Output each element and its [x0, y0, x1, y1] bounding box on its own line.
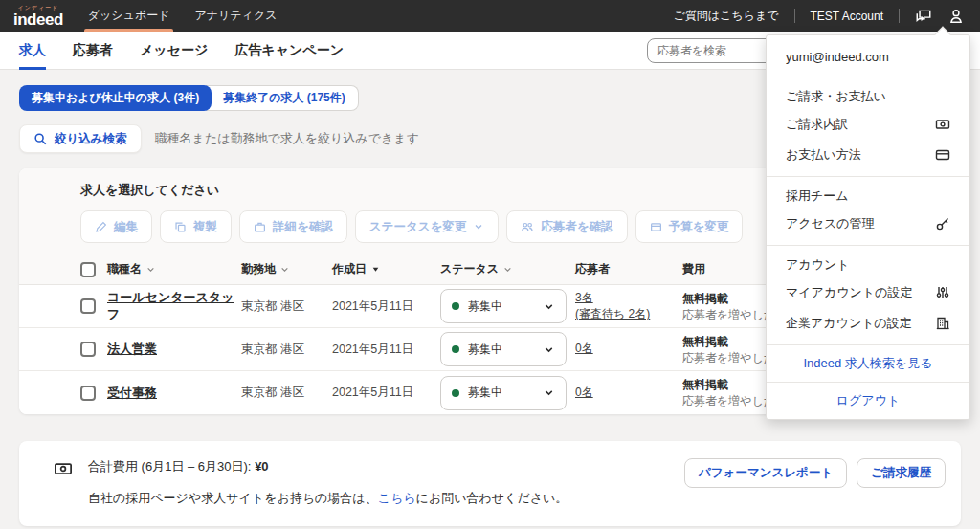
row-checkbox[interactable] [80, 298, 96, 314]
billing-summary-card: 合計費用 (6月1日 – 6月30日): ¥0 自社の採用ページや求人サイトをお… [19, 441, 961, 526]
brand-furigana: インディード [18, 5, 59, 11]
tab-campaigns[interactable]: 広告キャンペーン [234, 32, 344, 69]
applicants-cell: 3名 (審査待ち 2名) [575, 290, 682, 323]
job-created-date: 2021年5月11日 [332, 298, 440, 315]
duplicate-label: 複製 [193, 219, 217, 235]
chevron-down-icon [543, 343, 555, 356]
sort-chevron-icon [146, 265, 155, 274]
filter-button-label: 絞り込み検索 [55, 131, 127, 147]
contact-note: 自社の採用ページや求人サイトをお持ちの場合は、こちらにお問い合わせください。 [88, 490, 568, 507]
account-name[interactable]: TEST Account [811, 10, 883, 23]
summary-text-block: 合計費用 (6月1日 – 6月30日): ¥0 自社の採用ページや求人サイトをお… [88, 458, 568, 507]
status-dropdown[interactable]: 募集中 [440, 376, 567, 410]
menu-item-my-account-settings[interactable]: マイアカウントの設定 [767, 277, 969, 308]
search-icon [33, 132, 47, 145]
column-header-location[interactable]: 勤務地 [241, 261, 332, 277]
sort-chevron-icon [280, 265, 289, 274]
applicants-count-link[interactable]: 3名 [575, 290, 593, 306]
credit-card-icon [935, 147, 950, 163]
menu-item-logout[interactable]: ログアウト [767, 383, 969, 419]
applicants-pending-link[interactable]: (審査待ち 2名) [575, 306, 650, 322]
billing-section: ご請求・お支払い ご請求内訳 お支払い方法 [767, 77, 969, 176]
menu-item-payment-method[interactable]: お支払い方法 [767, 140, 969, 170]
pencil-icon [95, 221, 107, 233]
applicants-cell: 0名 [575, 385, 682, 401]
status-dropdown[interactable]: 募集中 [440, 289, 567, 323]
view-applicants-label: 応募者を確認 [541, 219, 612, 235]
budget-icon [650, 221, 662, 233]
status-dot-icon [452, 389, 459, 397]
tab-applicants[interactable]: 応募者 [73, 32, 113, 69]
help-link[interactable]: ご質問はこちらまで [674, 8, 779, 24]
view-applicants-button[interactable]: 応募者を確認 [506, 210, 627, 243]
contact-link[interactable]: こちら [378, 491, 416, 505]
top-nav: ダッシュボード アナリティクス [88, 0, 278, 32]
job-created-date: 2021年5月11日 [332, 342, 440, 358]
edit-button[interactable]: 編集 [80, 210, 152, 243]
messages-icon[interactable] [915, 8, 932, 25]
job-title-link[interactable]: 受付事務 [107, 385, 241, 402]
status-dot-icon [452, 345, 459, 353]
note-text-before: 自社の採用ページや求人サイトをお持ちの場合は、 [88, 491, 378, 505]
total-cost-value: ¥0 [255, 459, 268, 474]
column-header-created[interactable]: 作成日 [332, 261, 440, 277]
team-section-label: 採用チーム [767, 177, 969, 209]
divider [899, 9, 900, 23]
topnav-item-dashboard[interactable]: ダッシュボード [88, 0, 170, 32]
banknote-icon [935, 117, 950, 132]
people-icon [521, 220, 534, 233]
team-section: 採用チーム アクセスの管理 [767, 177, 969, 245]
filter-search-button[interactable]: 絞り込み検索 [19, 124, 142, 153]
closed-jobs-tab[interactable]: 募集終了の求人 (175件) [206, 85, 359, 111]
account-section: アカウント マイアカウントの設定 企業アカウントの設定 [767, 246, 969, 344]
change-status-button[interactable]: ステータスを変更 [355, 210, 499, 243]
billing-section-label: ご請求・お支払い [767, 77, 969, 109]
column-header-title[interactable]: 職種名 [107, 261, 241, 277]
note-text-after: にお問い合わせください。 [416, 491, 568, 505]
view-details-button[interactable]: 詳細を確認 [239, 210, 347, 243]
change-budget-button[interactable]: 予算を変更 [635, 210, 744, 243]
row-checkbox[interactable] [80, 386, 96, 401]
status-label: 募集中 [468, 342, 502, 358]
job-title-link[interactable]: 法人営業 [107, 341, 241, 358]
status-label: 募集中 [468, 385, 502, 401]
status-dropdown[interactable]: 募集中 [440, 332, 567, 366]
performance-report-button[interactable]: パフォーマンスレポート [684, 458, 847, 488]
menu-item-view-job-search[interactable]: Indeed 求人検索を見る [767, 345, 969, 382]
sliders-icon [935, 285, 950, 300]
status-dot-icon [452, 302, 459, 310]
summary-actions: パフォーマンスレポート ご請求履歴 [684, 458, 946, 488]
billing-history-button[interactable]: ご請求履歴 [857, 458, 946, 488]
job-location: 東京都 港区 [241, 342, 332, 358]
applicants-count-link[interactable]: 0名 [575, 385, 593, 401]
tab-messages[interactable]: メッセージ [140, 32, 208, 69]
job-title-link[interactable]: コールセンタースタッフ [107, 289, 241, 323]
select-all-checkbox[interactable] [80, 262, 96, 277]
sort-chevron-icon [503, 265, 512, 274]
total-cost-line: 合計費用 (6月1日 – 6月30日): ¥0 [88, 458, 568, 475]
column-header-status[interactable]: ステータス [440, 261, 575, 277]
account-icon[interactable] [947, 8, 965, 25]
menu-item-billing-detail[interactable]: ご請求内訳 [767, 109, 969, 140]
job-location: 東京都 港区 [241, 298, 332, 315]
chevron-down-icon [543, 300, 555, 313]
chevron-down-icon [473, 221, 484, 232]
open-paused-jobs-tab[interactable]: 募集中および休止中の求人 (3件) [19, 85, 212, 111]
topbar-right: ご質問はこちらまで TEST Account [674, 8, 965, 25]
briefcase-icon [254, 221, 266, 233]
change-budget-label: 予算を変更 [669, 219, 729, 235]
topnav-item-analytics[interactable]: アナリティクス [194, 0, 277, 32]
menu-item-company-account-settings[interactable]: 企業アカウントの設定 [767, 308, 969, 339]
banknote-icon [54, 459, 73, 507]
status-label: 募集中 [468, 298, 502, 315]
brand-text: indeed [13, 11, 63, 28]
row-checkbox[interactable] [80, 342, 96, 357]
applicants-count-link[interactable]: 0名 [575, 341, 593, 357]
indeed-logo[interactable]: インディード indeed [13, 5, 63, 28]
change-status-label: ステータスを変更 [369, 219, 466, 235]
menu-item-access-management[interactable]: アクセスの管理 [767, 209, 969, 239]
top-navbar: インディード indeed ダッシュボード アナリティクス ご質問はこちらまで … [0, 0, 980, 32]
duplicate-button[interactable]: 複製 [160, 210, 232, 243]
account-dropdown-menu: yumi@indeed.com ご請求・お支払い ご請求内訳 お支払い方法 採用… [766, 34, 970, 420]
tab-jobs[interactable]: 求人 [19, 32, 46, 69]
